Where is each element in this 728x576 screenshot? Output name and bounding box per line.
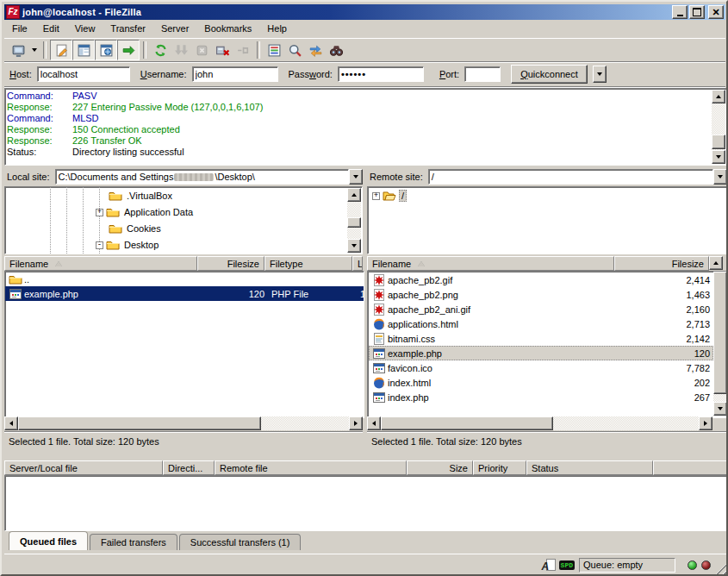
scrollbar-thumb[interactable] <box>347 217 361 228</box>
remote-file-row[interactable]: bitnami.css2,142 <box>369 331 713 346</box>
toggle-queue-button[interactable] <box>117 40 140 60</box>
remote-file-row[interactable]: apache_pb2.png1,463 <box>369 287 713 302</box>
scroll-down-button[interactable] <box>712 150 725 164</box>
toolbar-separator <box>143 41 146 59</box>
quickconnect-button[interactable]: Quickconnect <box>511 65 588 84</box>
menu-file[interactable]: File <box>4 22 35 35</box>
remote-horizontal-scrollbar[interactable] <box>367 416 712 430</box>
column-filename[interactable]: Filename <box>4 256 197 271</box>
local-site-combobox[interactable]: C:\Documents and Settings\Desktop\ <box>55 169 349 185</box>
tab-successful-transfers[interactable]: Successful transfers (1) <box>179 534 302 550</box>
menu-edit[interactable]: Edit <box>35 22 67 35</box>
remote-file-row[interactable]: index.php267 <box>369 390 713 404</box>
column-last-modified[interactable]: L <box>352 256 363 271</box>
tree-item-desktop[interactable]: - Desktop <box>96 238 160 252</box>
minimize-button[interactable] <box>672 5 688 19</box>
tree-item-application-data[interactable]: + Application Data <box>96 205 195 219</box>
local-directory-tree: .VirtualBox + Application Data Cookies -… <box>4 186 363 254</box>
column-filesize[interactable]: Filesize <box>614 256 709 271</box>
menu-transfer[interactable]: Transfer <box>103 22 153 35</box>
maximize-button[interactable] <box>689 5 705 19</box>
column-server-local-file[interactable]: Server/Local file <box>4 460 163 475</box>
remote-file-row[interactable]: applications.html2,713 <box>369 316 713 331</box>
tree-item-root[interactable]: + / <box>372 189 407 203</box>
process-queue-icon <box>174 43 189 58</box>
local-file-row-selected[interactable]: example.php 120 PHP File 1 <box>5 286 364 301</box>
port-input[interactable] <box>464 66 501 82</box>
toggle-remote-tree-button[interactable] <box>95 40 117 60</box>
column-filename[interactable]: Filename <box>367 256 614 271</box>
quickconnect-dropdown[interactable] <box>593 66 607 83</box>
scroll-right-button[interactable] <box>699 416 712 430</box>
tree-item-cookies[interactable]: Cookies <box>109 222 163 235</box>
menu-bookmarks[interactable]: Bookmarks <box>196 22 259 35</box>
log-row: Response:226 Transfer OK <box>7 135 711 147</box>
folder-icon <box>9 272 22 286</box>
column-size[interactable]: Size <box>407 460 473 475</box>
remote-file-row[interactable]: apache_pb2.gif2,414 <box>369 272 713 287</box>
toggle-local-tree-button[interactable] <box>72 40 95 60</box>
remote-file-row-selected[interactable]: example.php120 <box>369 346 713 360</box>
scroll-down-button[interactable] <box>713 402 727 416</box>
local-file-row-parent[interactable]: .. <box>5 272 364 286</box>
resize-grip[interactable] <box>715 563 727 575</box>
log-row: Status:Directory listing successful <box>7 147 711 158</box>
local-tree-scrollbar[interactable] <box>347 188 361 253</box>
menu-view[interactable]: View <box>67 22 103 35</box>
php-file-icon <box>372 391 386 404</box>
menu-server[interactable]: Server <box>153 22 196 35</box>
tab-failed-transfers[interactable]: Failed transfers <box>90 534 177 550</box>
username-input[interactable] <box>192 66 278 82</box>
scroll-down-button[interactable] <box>347 239 361 253</box>
site-manager-dropdown[interactable] <box>28 41 40 59</box>
toggle-message-log-button[interactable] <box>50 40 72 60</box>
disconnect-button[interactable] <box>212 41 233 59</box>
column-remote-file[interactable]: Remote file <box>215 460 407 475</box>
expand-icon[interactable]: + <box>372 192 380 200</box>
scroll-up-button[interactable] <box>712 90 725 103</box>
filter-button[interactable] <box>264 41 284 59</box>
remote-file-row[interactable]: index.html202 <box>369 375 713 390</box>
find-files-icon <box>329 43 344 58</box>
remote-file-row[interactable]: favicon.ico7,782 <box>369 360 713 375</box>
local-site-dropdown[interactable] <box>349 169 363 185</box>
collapse-icon[interactable]: - <box>96 241 103 249</box>
remote-list-scrollbar[interactable] <box>713 272 727 416</box>
remote-status-bar: Selected 1 file. Total size: 120 bytes <box>367 431 727 450</box>
password-input[interactable] <box>338 66 424 82</box>
remote-file-row[interactable]: apache_pb2_ani.gif2,160 <box>369 302 713 316</box>
directory-comparison-button[interactable] <box>284 41 305 59</box>
log-scrollbar[interactable] <box>712 90 725 164</box>
scroll-up-button[interactable] <box>347 188 361 202</box>
refresh-button[interactable] <box>150 41 171 59</box>
tab-queued-files[interactable]: Queued files <box>9 531 88 550</box>
scrollbar-thumb[interactable] <box>712 135 725 149</box>
find-files-button[interactable] <box>326 41 346 59</box>
scroll-left-button[interactable] <box>4 416 18 430</box>
transfer-queue-list <box>4 475 728 531</box>
column-priority[interactable]: Priority <box>473 460 526 475</box>
scrollbar-thumb[interactable] <box>381 416 553 430</box>
local-horizontal-scrollbar[interactable] <box>4 416 363 430</box>
remote-site-dropdown[interactable] <box>713 169 727 185</box>
remote-site-combobox[interactable]: / <box>428 169 713 185</box>
scroll-up-button[interactable] <box>709 256 723 270</box>
close-button[interactable]: ✕ <box>708 5 724 19</box>
column-filetype[interactable]: Filetype <box>264 256 352 271</box>
menu-help[interactable]: Help <box>259 22 295 35</box>
scrollbar-thumb[interactable] <box>18 416 261 430</box>
host-input[interactable] <box>37 66 130 82</box>
cancel-operation-button <box>191 41 212 59</box>
window-title: john@localhost - FileZilla <box>22 7 141 17</box>
synchronized-browsing-button[interactable] <box>305 41 326 59</box>
scroll-right-button[interactable] <box>349 416 363 430</box>
tree-item-virtualbox[interactable]: .VirtualBox <box>109 189 174 203</box>
column-direction[interactable]: Directi... <box>163 460 215 475</box>
log-row: Command:MLSD <box>7 113 711 124</box>
scrollbar-thumb[interactable] <box>713 272 727 394</box>
column-status[interactable]: Status <box>526 460 653 475</box>
scroll-left-button[interactable] <box>367 416 381 430</box>
expand-icon[interactable]: + <box>96 209 103 216</box>
site-manager-button[interactable] <box>8 41 28 59</box>
column-filesize[interactable]: Filesize <box>197 256 264 271</box>
